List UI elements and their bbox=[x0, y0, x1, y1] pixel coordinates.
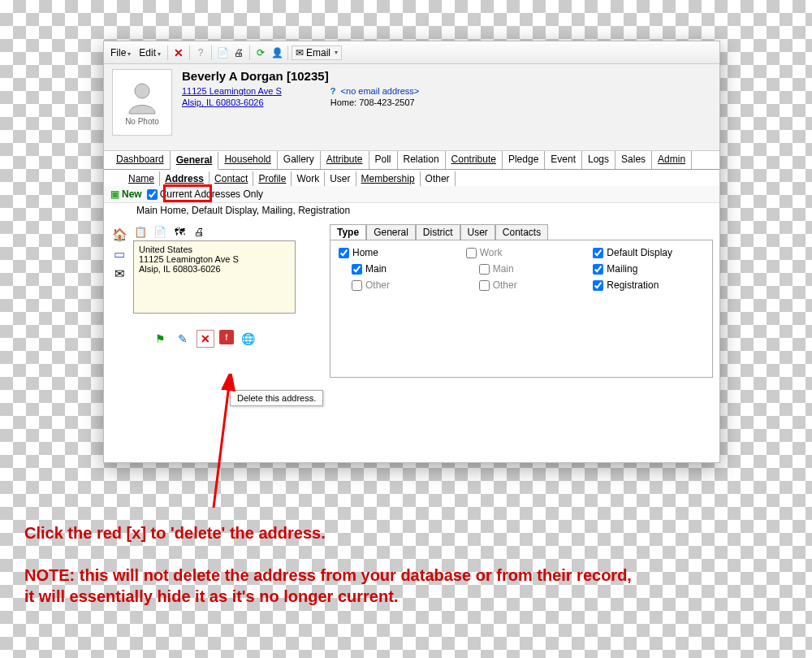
subtab-user[interactable]: User bbox=[325, 171, 356, 186]
tab-pledge[interactable]: Pledge bbox=[503, 151, 545, 169]
delete-tooltip: Delete this address. bbox=[230, 390, 323, 406]
subtab-work[interactable]: Work bbox=[292, 171, 325, 186]
subtab-address[interactable]: Address bbox=[160, 171, 209, 186]
tab-admin[interactable]: Admin bbox=[652, 151, 692, 169]
subtab-profile[interactable]: Profile bbox=[253, 171, 292, 186]
person-icon bbox=[124, 80, 160, 115]
type-panel-body: Home Work Default Display Main Main Mail… bbox=[330, 240, 713, 378]
tab-logs[interactable]: Logs bbox=[582, 151, 615, 169]
help-icon[interactable]: ? bbox=[193, 45, 208, 60]
plus-icon: ▣ bbox=[110, 188, 119, 200]
calendar-icon: ▭ bbox=[110, 247, 128, 262]
action-edit-icon[interactable]: ✎ bbox=[174, 330, 192, 348]
panel-tab-type[interactable]: Type bbox=[330, 224, 366, 240]
check-main-home[interactable]: Main bbox=[339, 263, 450, 275]
tab-attribute[interactable]: Attribute bbox=[321, 151, 369, 169]
address-summary: Main Home, Default Display, Mailing, Reg… bbox=[136, 205, 719, 216]
check-registration[interactable]: Registration bbox=[593, 279, 704, 291]
no-photo-label: No Photo bbox=[125, 117, 159, 126]
address-content: 🏠 ▭ ✉ 📋 📄 🗺 🖨 United States 11125 Leamin… bbox=[104, 219, 719, 383]
tab-contribute[interactable]: Contribute bbox=[446, 151, 503, 169]
panel-tab-user[interactable]: User bbox=[460, 224, 495, 240]
refresh-icon[interactable]: ⟳ bbox=[253, 45, 268, 60]
toolbar-separator bbox=[249, 45, 250, 60]
action-globe-icon[interactable]: 🌐 bbox=[239, 330, 257, 348]
file-menu[interactable]: File▾ bbox=[107, 47, 134, 58]
print-small-icon[interactable]: 🖨 bbox=[192, 224, 206, 239]
address-line1: 11125 Leamington Ave S bbox=[139, 254, 290, 264]
toolbar-separator bbox=[167, 45, 168, 60]
action-delete-icon[interactable]: ✕ bbox=[197, 330, 214, 348]
tab-relation[interactable]: Relation bbox=[398, 151, 446, 169]
edit-menu[interactable]: Edit▾ bbox=[136, 47, 164, 58]
check-main-work[interactable]: Main bbox=[466, 263, 577, 275]
tab-dashboard[interactable]: Dashboard bbox=[110, 151, 171, 169]
header-address-line2[interactable]: Alsip, IL 60803-6026 bbox=[182, 97, 282, 107]
contact-header: No Photo Beverly A Dorgan [10235] 11125 … bbox=[104, 64, 719, 151]
print-icon[interactable]: 🖨 bbox=[231, 45, 246, 60]
new-address-button[interactable]: ▣New bbox=[110, 188, 142, 200]
check-home[interactable]: Home bbox=[339, 247, 450, 258]
main-toolbar: File▾ Edit▾ ✕ ? 📄 🖨 ⟳ 👤 ✉ Email ▾ bbox=[104, 41, 719, 64]
tab-event[interactable]: Event bbox=[545, 151, 582, 169]
contact-name: Beverly A Dorgan [10235] bbox=[182, 69, 711, 83]
header-address-line1[interactable]: 11125 Leamington Ave S bbox=[182, 86, 282, 96]
panel-tab-general[interactable]: General bbox=[366, 224, 416, 240]
mail-icon: ✉ bbox=[110, 266, 128, 281]
copy-icon[interactable]: 📋 bbox=[133, 224, 148, 239]
question-icon: ? bbox=[330, 86, 336, 96]
tab-sales[interactable]: Sales bbox=[615, 151, 652, 169]
photo-placeholder: No Photo bbox=[112, 69, 172, 136]
doc-icon[interactable]: 📄 bbox=[153, 224, 167, 239]
address-country: United States bbox=[139, 245, 290, 254]
subtab-name[interactable]: Name bbox=[123, 171, 160, 186]
email-button[interactable]: ✉ Email ▾ bbox=[292, 45, 342, 60]
tab-poll[interactable]: Poll bbox=[369, 151, 398, 169]
app-window: File▾ Edit▾ ✕ ? 📄 🖨 ⟳ 👤 ✉ Email ▾ No Pho… bbox=[103, 41, 720, 463]
action-flag-icon[interactable]: ⚑ bbox=[151, 330, 169, 348]
address-actions: ⚑ ✎ ✕ f 🌐 bbox=[151, 330, 322, 348]
user-icon[interactable]: 👤 bbox=[270, 45, 284, 60]
address-toolbar: ▣New Current Addresses Only bbox=[104, 186, 719, 203]
address-line2: Alsip, IL 60803-6026 bbox=[139, 264, 290, 274]
check-other-home[interactable]: Other bbox=[339, 279, 450, 291]
annotation-line2: NOTE: this will not delete the address f… bbox=[24, 565, 641, 607]
tab-household[interactable]: Household bbox=[218, 151, 277, 169]
address-card[interactable]: United States 11125 Leamington Ave S Als… bbox=[133, 240, 296, 314]
delete-icon[interactable]: ✕ bbox=[171, 45, 186, 60]
panel-tab-contacts[interactable]: Contacts bbox=[495, 224, 548, 240]
check-work[interactable]: Work bbox=[466, 247, 577, 258]
subtab-other[interactable]: Other bbox=[421, 171, 456, 186]
home-icon: 🏠 bbox=[110, 227, 128, 242]
phone-label: Home: 708-423-2507 bbox=[330, 97, 419, 107]
check-default-display[interactable]: Default Display bbox=[593, 247, 704, 258]
toolbar-separator bbox=[189, 45, 190, 60]
toolbar-separator bbox=[287, 45, 288, 60]
map-icon[interactable]: 🗺 bbox=[172, 224, 187, 239]
tab-gallery[interactable]: Gallery bbox=[278, 151, 321, 169]
action-app-icon[interactable]: f bbox=[219, 330, 234, 344]
subtab-membership[interactable]: Membership bbox=[356, 171, 421, 186]
annotation-line1: Click the red [x] to 'delete' the addres… bbox=[24, 524, 326, 543]
email-row: ? <no email address> bbox=[330, 86, 419, 96]
check-mailing[interactable]: Mailing bbox=[593, 263, 704, 275]
panel-tab-district[interactable]: District bbox=[416, 224, 460, 240]
current-addresses-only-checkbox[interactable]: Current Addresses Only bbox=[147, 188, 263, 200]
svg-point-0 bbox=[135, 84, 149, 98]
panel-tab-row: Type General District User Contacts bbox=[330, 224, 713, 240]
subtab-contact[interactable]: Contact bbox=[209, 171, 253, 186]
check-other-work[interactable]: Other bbox=[466, 279, 577, 291]
sub-tab-row: Name Address Contact Profile Work User M… bbox=[104, 171, 719, 186]
toolbar-separator bbox=[211, 45, 212, 60]
main-tab-row: Dashboard General Household Gallery Attr… bbox=[104, 151, 719, 170]
envelope-icon: ✉ bbox=[296, 47, 304, 58]
tab-general[interactable]: General bbox=[171, 152, 219, 170]
note-icon[interactable]: 📄 bbox=[215, 45, 230, 60]
